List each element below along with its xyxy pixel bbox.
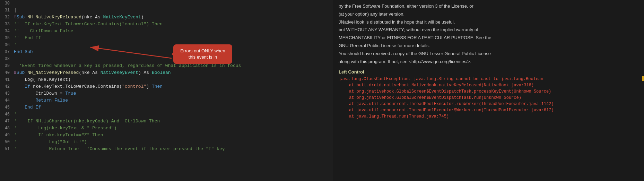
section-title: Left Control xyxy=(339,69,638,75)
right-panel-content: by the Free Software Foundation, either … xyxy=(339,3,638,65)
code-lines: 30 31 | 32 ⊟Sub NH_NativeKeyReleased(nke… xyxy=(0,0,333,153)
scroll-indicator xyxy=(642,76,644,81)
table-row: 36 ' xyxy=(0,42,333,49)
table-row: 39 'Event fired whenever a key is presse… xyxy=(0,62,333,69)
table-row: 50 ' Log("Got it!") xyxy=(0,139,333,146)
table-row: 46 ' xyxy=(0,111,333,118)
table-row: 31 | xyxy=(0,7,333,14)
intro-line-1: by the Free Software Foundation, either … xyxy=(339,3,638,10)
error-line-5: at java.util.concurrent.ThreadPoolExecut… xyxy=(339,101,638,107)
intro-line-6: GNU General Public License for more deta… xyxy=(339,42,638,50)
intro-line-8: along with this program. If not, see <ht… xyxy=(339,58,638,66)
table-row: 40 ⊟Sub NH_NativeKeyPressed(nke As Nativ… xyxy=(0,69,333,76)
table-row: 35 '' End If xyxy=(0,35,333,42)
code-editor[interactable]: 30 31 | 32 ⊟Sub NH_NativeKeyReleased(nke… xyxy=(0,0,333,181)
error-line-3: at org.jnativehook.GlobalScreen$EventDis… xyxy=(339,88,638,95)
table-row: 51 ' Return True 'Consumes the event if … xyxy=(0,146,333,153)
table-row: 45 End If xyxy=(0,104,333,111)
table-row: 49 ' If nke.keyText=="Z" Then xyxy=(0,132,333,139)
error-line-7: at java.lang.Thread.run(Thread.java:745) xyxy=(339,113,638,120)
intro-line-5: MERCHANTABILITY or FITNESS FOR A PARTICU… xyxy=(339,34,638,42)
table-row: 41 Log( nke.KeyText) xyxy=(0,76,333,83)
error-line-1: java.lang.ClassCastException: java.lang.… xyxy=(339,76,638,82)
table-row: 44 Return False xyxy=(0,97,333,104)
table-row: 47 ' If NH.isCharacter(nke.keyCode) And … xyxy=(0,118,333,125)
error-line-2: at butt.droid.nativeHook.NativeHook.nati… xyxy=(339,82,638,88)
table-row: 33 '' If nke.KeyText.ToLowerCase.Contain… xyxy=(0,21,333,28)
table-row: 38 xyxy=(0,55,333,62)
error-line-6: at java.util.concurrent.ThreadPoolExecut… xyxy=(339,107,638,113)
right-panel: by the Free Software Foundation, either … xyxy=(333,0,644,181)
error-line-4: at org.jnativehook.GlobalScreen$EventDis… xyxy=(339,95,638,101)
intro-line-3: JNativeHook is distributed in the hope t… xyxy=(339,19,638,26)
table-row: 43 CtrlDown = True xyxy=(0,90,333,97)
table-row: 34 '' CtrlDown = False xyxy=(0,28,333,35)
table-row: 37 End Sub xyxy=(0,49,333,55)
intro-line-2: (at your option) any later version. xyxy=(339,11,638,18)
intro-line-7: You should have received a copy of the G… xyxy=(339,50,638,58)
table-row: 30 xyxy=(0,0,333,7)
error-output: java.lang.ClassCastException: java.lang.… xyxy=(339,76,638,120)
table-row: 42 If nke.KeyText.ToLowerCase.Contains("… xyxy=(0,83,333,90)
table-row: 32 ⊟Sub NH_NativeKeyReleased(nke As Nati… xyxy=(0,14,333,21)
table-row: 48 ' Log(nke.keyText & " Pressed") xyxy=(0,125,333,132)
intro-line-4: but WITHOUT ANY WARRANTY; without even t… xyxy=(339,26,638,34)
